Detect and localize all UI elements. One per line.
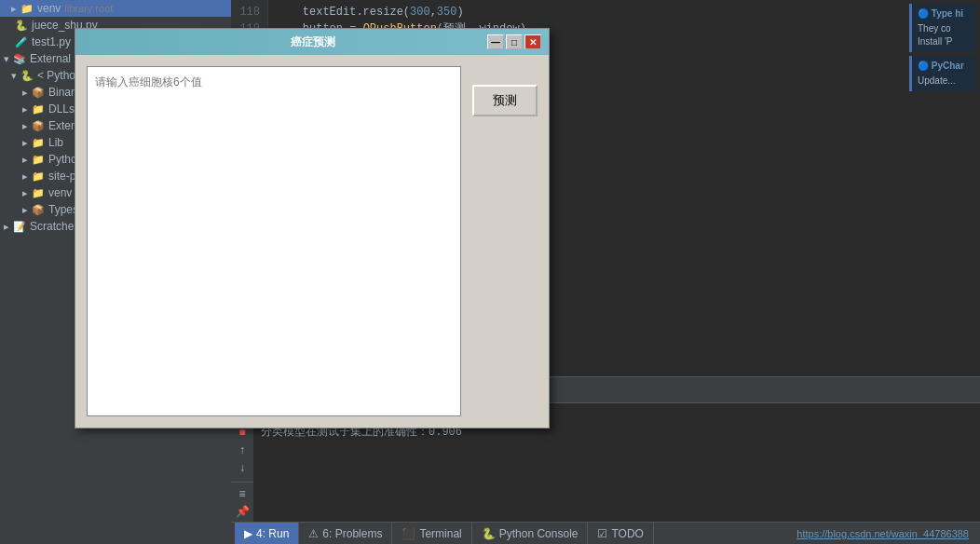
tree-file-icon: 📁 (32, 103, 45, 116)
tree-arrow-icon: ▸ (22, 87, 28, 99)
dialog-title: 癌症预测 (139, 34, 487, 50)
dialog-close-btn[interactable]: ✕ (524, 34, 541, 49)
tree-item-label: DLLs (48, 102, 75, 116)
hint-line: They co (918, 22, 971, 35)
tree-arrow-icon: ▸ (22, 204, 28, 216)
tab-icon: ⚠ (308, 527, 319, 540)
line-number: 118 (238, 4, 260, 20)
dialog-textarea-wrap (87, 66, 461, 416)
tree-arrow-icon: ▸ (22, 120, 28, 132)
bottom-tab-problems[interactable]: ⚠6: Problems (299, 523, 392, 544)
tab-label: 4: Run (256, 527, 289, 540)
cancer-prediction-dialog[interactable]: 癌症预测 — □ ✕ 预测 (75, 28, 550, 428)
tab-icon: 🐍 (482, 527, 496, 540)
tree-file-icon: 📦 (32, 120, 45, 132)
tab-label: 6: Problems (322, 527, 382, 540)
tree-file-icon: 📁 (32, 187, 45, 199)
dialog-controls: — □ ✕ (487, 34, 541, 49)
tree-item-label: venv (48, 186, 72, 199)
tree-file-icon: 📁 (32, 154, 45, 166)
tree-file-icon: 📁 (32, 170, 45, 183)
tree-item-label: test1.py (32, 35, 71, 48)
run-scroll-up-btn[interactable]: ↑ (234, 442, 251, 456)
bottom-tab-python_console[interactable]: 🐍Python Console (472, 523, 589, 544)
bottom-tab-terminal[interactable]: ⬛Terminal (392, 523, 471, 544)
hint-title: 🔵 Type hi (918, 7, 971, 20)
tree-file-icon: 📁 (20, 3, 34, 15)
sidebar-item-venv[interactable]: ▸📁venvlibrary root (0, 0, 231, 17)
tree-arrow-icon: ▸ (22, 103, 28, 116)
bottom-tab-bar: ▶4: Run⚠6: Problems⬛Terminal🐍Python Cons… (231, 522, 980, 544)
tree-file-icon: 📦 (32, 87, 45, 99)
bottom-tab-run[interactable]: ▶4: Run (235, 523, 299, 544)
hint-line: Update... (918, 75, 971, 88)
tab-label: Python Console (499, 527, 578, 540)
tree-arrow-icon: ▸ (4, 221, 9, 233)
run-pin-btn[interactable]: 📌 (234, 504, 251, 518)
tab-icon: ⬛ (402, 527, 415, 540)
hint-card-pycharm_hint[interactable]: 🔵 PyCharUpdate... (909, 56, 976, 91)
tree-file-icon: 🐍 (15, 20, 28, 32)
tree-arrow-icon: ▸ (11, 3, 17, 15)
bottom-url[interactable]: https://blog.csdn.net/waxin_44786388 (796, 528, 976, 539)
code-line: textEdit.resize(300,350) (276, 4, 898, 20)
dialog-right-section: 预测 (472, 66, 538, 416)
tab-label: TODO (611, 527, 643, 540)
tree-file-icon: 📁 (32, 137, 45, 149)
tab-icon: ▶ (244, 527, 252, 540)
tree-arrow-icon: ▾ (11, 70, 17, 82)
hint-line: Install 'P (918, 35, 971, 48)
run-settings-btn[interactable]: ≡ (234, 486, 251, 500)
tab-label: Terminal (419, 527, 461, 540)
tree-file-icon: 📦 (32, 204, 45, 216)
predict-button[interactable]: 预测 (472, 85, 538, 116)
tree-item-label: Lib (48, 136, 63, 149)
dialog-minimize-btn[interactable]: — (487, 34, 504, 49)
hint-card-type_hint[interactable]: 🔵 Type hiThey coInstall 'P (909, 4, 976, 52)
right-hints-panel: 🔵 Type hiThey coInstall 'P🔵 PyCharUpdate… (905, 0, 980, 376)
tree-arrow-icon: ▸ (22, 154, 28, 166)
tree-file-icon: 🧪 (15, 36, 28, 48)
tree-arrow-icon: ▸ (22, 187, 28, 199)
run-scroll-down-btn[interactable]: ↓ (234, 460, 251, 474)
tab-icon: ☑ (597, 527, 607, 540)
tree-item-label: venv (37, 2, 61, 15)
tree-file-icon: 📝 (13, 221, 26, 233)
tree-file-icon: 📚 (13, 53, 26, 65)
tree-file-icon: 🐍 (20, 70, 34, 82)
tree-arrow-icon: ▸ (22, 170, 28, 183)
dialog-titlebar: 癌症预测 — □ ✕ (75, 29, 549, 55)
tree-item-sublabel: library root (64, 3, 113, 14)
cell-input-textarea[interactable] (87, 66, 461, 416)
tree-arrow-icon: ▸ (22, 137, 28, 149)
tree-arrow-icon: ▾ (4, 53, 9, 65)
dialog-content: 预测 (75, 55, 549, 428)
dialog-maximize-btn[interactable]: □ (506, 34, 523, 49)
bottom-tab-todo[interactable]: ☑TODO (588, 523, 653, 544)
hint-title: 🔵 PyChar (918, 60, 971, 73)
